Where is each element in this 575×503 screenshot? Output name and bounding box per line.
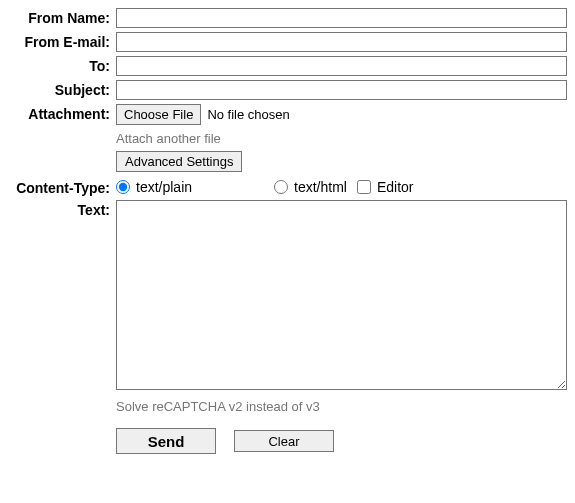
to-input[interactable] xyxy=(116,56,567,76)
content-type-label: Content-Type: xyxy=(8,178,116,196)
from-email-label: From E-mail: xyxy=(8,32,116,50)
text-label: Text: xyxy=(8,200,116,218)
content-type-plain-label: text/plain xyxy=(136,179,192,195)
choose-file-button[interactable]: Choose File xyxy=(116,104,201,125)
editor-option[interactable]: Editor xyxy=(357,179,414,195)
content-type-plain-option[interactable]: text/plain xyxy=(116,179,192,195)
content-type-html-radio[interactable] xyxy=(274,180,288,194)
text-textarea[interactable] xyxy=(116,200,567,390)
subject-label: Subject: xyxy=(8,80,116,98)
content-type-html-option[interactable]: text/html xyxy=(274,179,347,195)
content-type-html-label: text/html xyxy=(294,179,347,195)
from-email-input[interactable] xyxy=(116,32,567,52)
clear-button[interactable]: Clear xyxy=(234,430,334,452)
file-status-text: No file chosen xyxy=(207,107,289,122)
advanced-settings-button[interactable]: Advanced Settings xyxy=(116,151,242,172)
subject-input[interactable] xyxy=(116,80,567,100)
content-type-plain-radio[interactable] xyxy=(116,180,130,194)
from-name-label: From Name: xyxy=(8,8,116,26)
attachment-label: Attachment: xyxy=(8,104,116,122)
to-label: To: xyxy=(8,56,116,74)
attach-another-link[interactable]: Attach another file xyxy=(116,131,567,146)
editor-label: Editor xyxy=(377,179,414,195)
send-button[interactable]: Send xyxy=(116,428,216,454)
recaptcha-switch-link[interactable]: Solve reCAPTCHA v2 instead of v3 xyxy=(116,399,567,414)
editor-checkbox[interactable] xyxy=(357,180,371,194)
from-name-input[interactable] xyxy=(116,8,567,28)
